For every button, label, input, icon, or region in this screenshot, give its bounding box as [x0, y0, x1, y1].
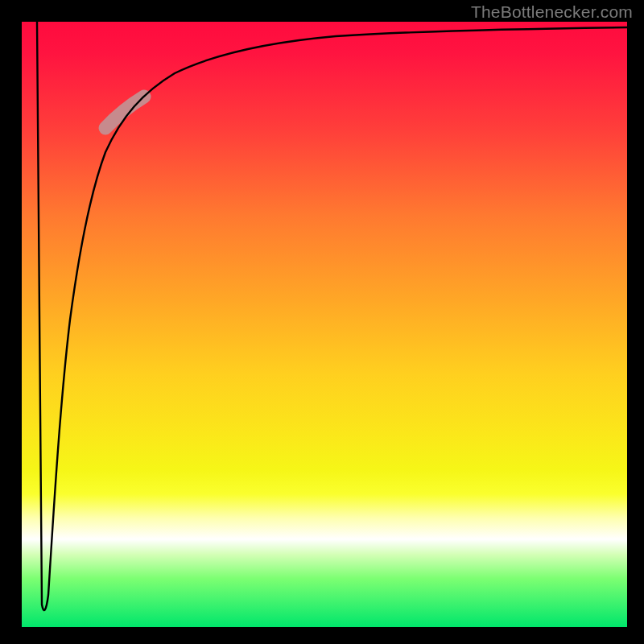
- main-curve: [37, 22, 627, 610]
- chart-frame: TheBottlenecker.com: [0, 0, 644, 644]
- curve-highlight: [105, 97, 144, 128]
- plot-area: [22, 22, 627, 627]
- curve-layer: [22, 22, 627, 627]
- attribution-label: TheBottlenecker.com: [471, 2, 633, 22]
